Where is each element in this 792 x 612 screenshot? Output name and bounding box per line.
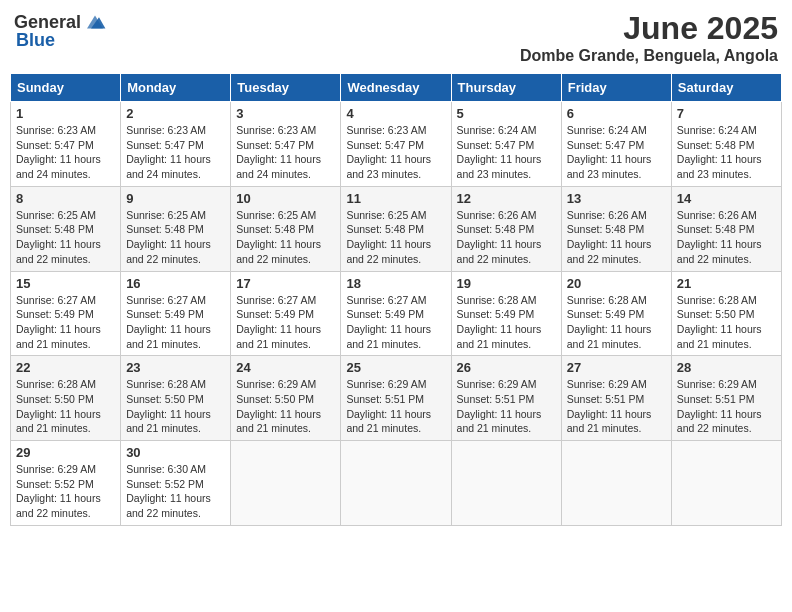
weekday-header-wednesday: Wednesday [341,74,451,102]
day-info: Sunrise: 6:26 AM Sunset: 5:48 PM Dayligh… [677,208,776,267]
weekday-header-tuesday: Tuesday [231,74,341,102]
day-number: 28 [677,360,776,375]
day-info: Sunrise: 6:24 AM Sunset: 5:47 PM Dayligh… [567,123,666,182]
day-number: 15 [16,276,115,291]
calendar-cell: 24Sunrise: 6:29 AM Sunset: 5:50 PM Dayli… [231,356,341,441]
calendar-cell: 3Sunrise: 6:23 AM Sunset: 5:47 PM Daylig… [231,102,341,187]
calendar-cell: 18Sunrise: 6:27 AM Sunset: 5:49 PM Dayli… [341,271,451,356]
day-info: Sunrise: 6:28 AM Sunset: 5:49 PM Dayligh… [457,293,556,352]
logo: General Blue [14,10,107,51]
day-number: 25 [346,360,445,375]
calendar-cell: 13Sunrise: 6:26 AM Sunset: 5:48 PM Dayli… [561,186,671,271]
day-number: 3 [236,106,335,121]
day-info: Sunrise: 6:27 AM Sunset: 5:49 PM Dayligh… [16,293,115,352]
day-info: Sunrise: 6:28 AM Sunset: 5:50 PM Dayligh… [16,377,115,436]
calendar-cell: 10Sunrise: 6:25 AM Sunset: 5:48 PM Dayli… [231,186,341,271]
day-info: Sunrise: 6:29 AM Sunset: 5:51 PM Dayligh… [457,377,556,436]
day-info: Sunrise: 6:23 AM Sunset: 5:47 PM Dayligh… [236,123,335,182]
day-info: Sunrise: 6:24 AM Sunset: 5:47 PM Dayligh… [457,123,556,182]
weekday-header-monday: Monday [121,74,231,102]
calendar-week-row: 1Sunrise: 6:23 AM Sunset: 5:47 PM Daylig… [11,102,782,187]
calendar-cell [451,441,561,526]
day-number: 18 [346,276,445,291]
calendar-cell: 21Sunrise: 6:28 AM Sunset: 5:50 PM Dayli… [671,271,781,356]
logo-blue-text: Blue [16,30,55,51]
calendar-cell: 23Sunrise: 6:28 AM Sunset: 5:50 PM Dayli… [121,356,231,441]
calendar-cell: 5Sunrise: 6:24 AM Sunset: 5:47 PM Daylig… [451,102,561,187]
day-number: 7 [677,106,776,121]
day-number: 16 [126,276,225,291]
title-area: June 2025 Dombe Grande, Benguela, Angola [520,10,778,65]
calendar-cell [341,441,451,526]
day-number: 23 [126,360,225,375]
day-number: 8 [16,191,115,206]
calendar-cell: 2Sunrise: 6:23 AM Sunset: 5:47 PM Daylig… [121,102,231,187]
calendar-cell: 26Sunrise: 6:29 AM Sunset: 5:51 PM Dayli… [451,356,561,441]
calendar-cell: 6Sunrise: 6:24 AM Sunset: 5:47 PM Daylig… [561,102,671,187]
day-number: 30 [126,445,225,460]
day-info: Sunrise: 6:30 AM Sunset: 5:52 PM Dayligh… [126,462,225,521]
weekday-header-friday: Friday [561,74,671,102]
calendar-cell: 22Sunrise: 6:28 AM Sunset: 5:50 PM Dayli… [11,356,121,441]
day-number: 29 [16,445,115,460]
calendar-header-row: SundayMondayTuesdayWednesdayThursdayFrid… [11,74,782,102]
day-number: 24 [236,360,335,375]
day-info: Sunrise: 6:28 AM Sunset: 5:50 PM Dayligh… [126,377,225,436]
calendar-cell: 14Sunrise: 6:26 AM Sunset: 5:48 PM Dayli… [671,186,781,271]
calendar-cell: 7Sunrise: 6:24 AM Sunset: 5:48 PM Daylig… [671,102,781,187]
weekday-header-sunday: Sunday [11,74,121,102]
day-info: Sunrise: 6:23 AM Sunset: 5:47 PM Dayligh… [346,123,445,182]
calendar: SundayMondayTuesdayWednesdayThursdayFrid… [10,73,782,526]
day-info: Sunrise: 6:28 AM Sunset: 5:49 PM Dayligh… [567,293,666,352]
day-number: 21 [677,276,776,291]
calendar-cell: 20Sunrise: 6:28 AM Sunset: 5:49 PM Dayli… [561,271,671,356]
weekday-header-thursday: Thursday [451,74,561,102]
day-number: 2 [126,106,225,121]
month-title: June 2025 [520,10,778,47]
day-info: Sunrise: 6:29 AM Sunset: 5:52 PM Dayligh… [16,462,115,521]
header: General Blue June 2025 Dombe Grande, Ben… [10,10,782,65]
day-info: Sunrise: 6:26 AM Sunset: 5:48 PM Dayligh… [457,208,556,267]
calendar-cell: 8Sunrise: 6:25 AM Sunset: 5:48 PM Daylig… [11,186,121,271]
day-info: Sunrise: 6:29 AM Sunset: 5:50 PM Dayligh… [236,377,335,436]
day-number: 10 [236,191,335,206]
calendar-cell: 25Sunrise: 6:29 AM Sunset: 5:51 PM Dayli… [341,356,451,441]
day-info: Sunrise: 6:27 AM Sunset: 5:49 PM Dayligh… [126,293,225,352]
day-info: Sunrise: 6:26 AM Sunset: 5:48 PM Dayligh… [567,208,666,267]
day-number: 14 [677,191,776,206]
day-info: Sunrise: 6:25 AM Sunset: 5:48 PM Dayligh… [346,208,445,267]
calendar-cell [231,441,341,526]
day-info: Sunrise: 6:29 AM Sunset: 5:51 PM Dayligh… [677,377,776,436]
day-number: 11 [346,191,445,206]
day-info: Sunrise: 6:28 AM Sunset: 5:50 PM Dayligh… [677,293,776,352]
day-number: 20 [567,276,666,291]
calendar-cell: 27Sunrise: 6:29 AM Sunset: 5:51 PM Dayli… [561,356,671,441]
calendar-cell: 9Sunrise: 6:25 AM Sunset: 5:48 PM Daylig… [121,186,231,271]
calendar-cell [561,441,671,526]
calendar-cell: 19Sunrise: 6:28 AM Sunset: 5:49 PM Dayli… [451,271,561,356]
day-number: 5 [457,106,556,121]
calendar-cell: 28Sunrise: 6:29 AM Sunset: 5:51 PM Dayli… [671,356,781,441]
day-info: Sunrise: 6:24 AM Sunset: 5:48 PM Dayligh… [677,123,776,182]
day-number: 1 [16,106,115,121]
day-number: 12 [457,191,556,206]
calendar-cell: 17Sunrise: 6:27 AM Sunset: 5:49 PM Dayli… [231,271,341,356]
location-title: Dombe Grande, Benguela, Angola [520,47,778,65]
day-info: Sunrise: 6:27 AM Sunset: 5:49 PM Dayligh… [346,293,445,352]
weekday-header-saturday: Saturday [671,74,781,102]
day-info: Sunrise: 6:29 AM Sunset: 5:51 PM Dayligh… [567,377,666,436]
day-number: 13 [567,191,666,206]
calendar-week-row: 8Sunrise: 6:25 AM Sunset: 5:48 PM Daylig… [11,186,782,271]
day-info: Sunrise: 6:23 AM Sunset: 5:47 PM Dayligh… [16,123,115,182]
day-number: 9 [126,191,225,206]
calendar-week-row: 29Sunrise: 6:29 AM Sunset: 5:52 PM Dayli… [11,441,782,526]
calendar-cell: 1Sunrise: 6:23 AM Sunset: 5:47 PM Daylig… [11,102,121,187]
day-number: 6 [567,106,666,121]
calendar-cell: 11Sunrise: 6:25 AM Sunset: 5:48 PM Dayli… [341,186,451,271]
calendar-cell: 16Sunrise: 6:27 AM Sunset: 5:49 PM Dayli… [121,271,231,356]
calendar-cell: 12Sunrise: 6:26 AM Sunset: 5:48 PM Dayli… [451,186,561,271]
day-info: Sunrise: 6:29 AM Sunset: 5:51 PM Dayligh… [346,377,445,436]
calendar-week-row: 15Sunrise: 6:27 AM Sunset: 5:49 PM Dayli… [11,271,782,356]
day-number: 19 [457,276,556,291]
calendar-cell: 29Sunrise: 6:29 AM Sunset: 5:52 PM Dayli… [11,441,121,526]
